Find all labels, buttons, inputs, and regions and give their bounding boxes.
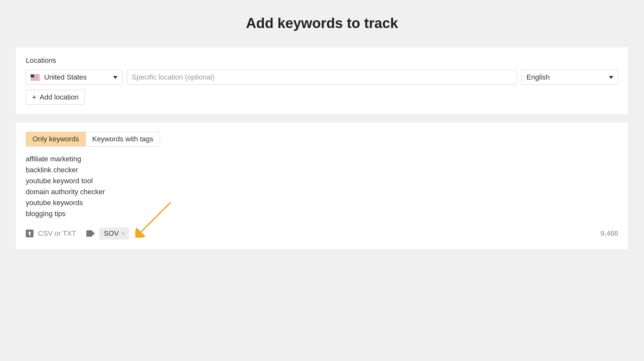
locations-row: United States English xyxy=(26,70,618,85)
tab-only-keywords[interactable]: Only keywords xyxy=(26,132,85,146)
tag-chip-label: SOV xyxy=(104,229,119,238)
flag-us-icon xyxy=(31,74,40,81)
keywords-tab-group: Only keywords Keywords with tags xyxy=(26,132,160,147)
plus-icon: + xyxy=(32,93,36,101)
keyword-line: youtube keywords xyxy=(26,197,618,208)
keyword-line: backlink checker xyxy=(26,165,618,175)
keywords-footer: CSV or TXT SOV × 9,466 xyxy=(26,227,618,240)
specific-location-input[interactable] xyxy=(127,70,517,85)
close-icon[interactable]: × xyxy=(121,230,125,237)
tag-icon[interactable] xyxy=(86,230,95,237)
add-location-label: Add location xyxy=(40,93,79,101)
locations-card: Locations United States English + Add lo… xyxy=(16,47,628,114)
language-select[interactable]: English xyxy=(522,70,618,85)
chevron-down-icon xyxy=(113,76,118,79)
page-title: Add keywords to track xyxy=(0,0,644,47)
keyword-line: affiliate marketing xyxy=(26,154,618,164)
country-select[interactable]: United States xyxy=(26,70,122,85)
upload-icon[interactable] xyxy=(26,230,34,237)
language-selected-label: English xyxy=(526,73,550,81)
country-selected-label: United States xyxy=(44,73,87,81)
tab-keywords-with-tags[interactable]: Keywords with tags xyxy=(85,132,160,146)
tag-chip[interactable]: SOV × xyxy=(99,227,129,240)
upload-label[interactable]: CSV or TXT xyxy=(38,229,76,238)
keyword-line: blogging tips xyxy=(26,208,618,219)
add-location-button[interactable]: + Add location xyxy=(26,90,85,105)
keywords-textarea[interactable]: affiliate marketing backlink checker you… xyxy=(26,154,618,219)
specific-location-field[interactable] xyxy=(132,73,512,81)
keywords-card: Only keywords Keywords with tags affilia… xyxy=(16,123,628,249)
locations-label: Locations xyxy=(26,56,618,65)
chevron-down-icon xyxy=(609,76,613,79)
keyword-count: 9,466 xyxy=(601,229,618,238)
keyword-line: youtube keyword tool xyxy=(26,176,618,186)
keyword-line: domain authority checker xyxy=(26,186,618,197)
